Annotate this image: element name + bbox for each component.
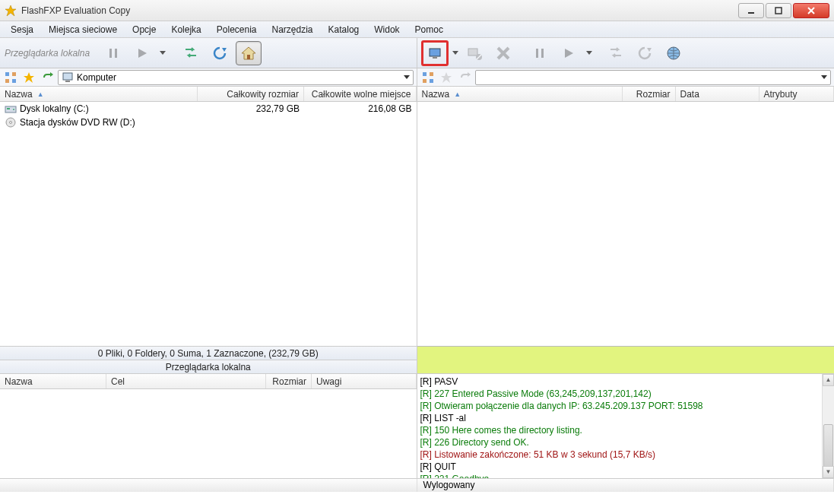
- scroll-down-icon[interactable]: ▼: [823, 466, 834, 478]
- status-bar: Wylogowany: [0, 478, 834, 492]
- left-path-text: Komputer: [77, 72, 116, 83]
- log-line: [R] 226 Directory send OK.: [420, 436, 832, 449]
- refresh-button-r[interactable]: [632, 41, 658, 65]
- lower-panes: Nazwa Cel Rozmiar Uwagi [R] PASV[R] 227 …: [0, 373, 834, 478]
- q-col-name[interactable]: Nazwa: [0, 374, 106, 388]
- title-bar: FlashFXP Evaluation Copy: [0, 0, 834, 21]
- scroll-thumb[interactable]: [823, 424, 833, 470]
- tree-icon-r[interactable]: [420, 70, 436, 85]
- log-line: [R] PASV: [420, 376, 832, 388]
- svg-rect-26: [468, 49, 477, 55]
- svg-marker-0: [5, 5, 16, 16]
- log-line: [R] 150 Here comes the directory listing…: [420, 424, 832, 436]
- chevron-down-icon: [404, 75, 410, 79]
- left-pane: Przeglądarka lokalna Komputer Nazwa▲ Cał…: [0, 38, 417, 373]
- col-free[interactable]: Całkowite wolne miejsce: [304, 87, 417, 101]
- svg-rect-17: [63, 73, 72, 80]
- svg-marker-15: [24, 72, 34, 83]
- menu-pomoc[interactable]: Pomoc: [409, 23, 449, 36]
- list-item[interactable]: Stacja dysków DVD RW (D:): [0, 116, 417, 129]
- left-status-files: 0 Pliki, 0 Foldery, 0 Suma, 1 Zaznaczone…: [0, 346, 417, 360]
- menu-narzedzia[interactable]: Narzędzia: [266, 23, 319, 36]
- connect-dropdown-icon[interactable]: [452, 51, 458, 55]
- up-icon[interactable]: [40, 70, 55, 85]
- menu-widok[interactable]: Widok: [368, 23, 405, 36]
- left-path-combo[interactable]: Komputer: [58, 70, 414, 85]
- main-panes: Przeglądarka lokalna Komputer Nazwa▲ Cał…: [0, 38, 834, 373]
- minimize-button[interactable]: [738, 3, 764, 18]
- svg-marker-33: [565, 49, 573, 58]
- svg-rect-2: [775, 8, 782, 14]
- menu-miejsca[interactable]: Miejsca sieciowe: [43, 23, 123, 36]
- right-list[interactable]: [417, 102, 835, 346]
- abort-button[interactable]: [490, 41, 516, 65]
- right-path-combo[interactable]: [475, 70, 832, 85]
- log-line: [R] Otwieram połączenie dla danych IP: 6…: [420, 400, 832, 412]
- log-line: [R] LIST -al: [420, 412, 832, 424]
- col-name-r[interactable]: Nazwa▲: [417, 87, 623, 101]
- col-attr-r[interactable]: Atrybuty: [759, 87, 835, 101]
- play-dropdown-icon[interactable]: [160, 51, 166, 55]
- list-item[interactable]: Dysk lokalny (C:) 232,79 GB 216,08 GB: [0, 102, 417, 116]
- svg-rect-37: [430, 72, 433, 76]
- connect-button[interactable]: [422, 41, 448, 65]
- transfer-button[interactable]: [178, 41, 204, 65]
- sort-asc-icon: ▲: [454, 90, 461, 98]
- log-area[interactable]: [R] PASV[R] 227 Entered Passive Mode (63…: [417, 374, 835, 478]
- left-list[interactable]: Dysk lokalny (C:) 232,79 GB 216,08 GB St…: [0, 102, 417, 346]
- app-icon: [5, 5, 17, 17]
- pause-button-r[interactable]: [527, 41, 553, 65]
- col-date-r[interactable]: Data: [676, 87, 759, 101]
- menu-opcje[interactable]: Opcje: [126, 23, 162, 36]
- q-col-target[interactable]: Cel: [106, 374, 266, 388]
- col-size[interactable]: Całkowity rozmiar: [198, 87, 304, 101]
- close-button[interactable]: [793, 3, 829, 18]
- svg-marker-41: [468, 72, 471, 77]
- svg-rect-32: [541, 49, 544, 58]
- play-dropdown-icon-r[interactable]: [586, 51, 592, 55]
- log-scrollbar[interactable]: ▲ ▼: [822, 374, 834, 478]
- menu-polecenia[interactable]: Polecenia: [211, 23, 263, 36]
- menu-kolejka[interactable]: Kolejka: [165, 23, 207, 36]
- transfer-button-r[interactable]: [603, 41, 629, 65]
- play-button-r[interactable]: [556, 41, 582, 65]
- play-button[interactable]: [129, 41, 155, 65]
- globe-button[interactable]: [661, 41, 687, 65]
- maximize-button[interactable]: [766, 3, 791, 18]
- disconnect-button[interactable]: [461, 41, 487, 65]
- queue-list[interactable]: [0, 389, 417, 478]
- col-name[interactable]: Nazwa▲: [0, 87, 198, 101]
- svg-rect-36: [423, 72, 427, 76]
- right-status-strip: [417, 346, 835, 373]
- up-icon-r[interactable]: [457, 70, 472, 85]
- col-size-r[interactable]: Rozmiar: [623, 87, 676, 101]
- menu-sesja[interactable]: Sesja: [5, 23, 40, 36]
- svg-marker-7: [138, 49, 147, 58]
- svg-rect-14: [12, 79, 16, 83]
- favorite-icon-r[interactable]: [439, 70, 454, 85]
- svg-rect-24: [430, 49, 440, 56]
- left-status-mode: Przeglądarka lokalna: [0, 360, 417, 373]
- queue-pane: Nazwa Cel Rozmiar Uwagi: [0, 374, 417, 478]
- log-line: [R] Listowanie zakończone: 51 KB w 3 sek…: [420, 449, 832, 461]
- right-list-header: Nazwa▲ Rozmiar Data Atrybuty: [417, 87, 835, 102]
- window-title: FlashFXP Evaluation Copy: [21, 5, 130, 16]
- log-line: [R] 227 Entered Passive Mode (63,245,209…: [420, 388, 832, 400]
- right-address-bar: [417, 68, 835, 87]
- log-pane: [R] PASV[R] 227 Entered Passive Mode (63…: [417, 374, 835, 478]
- svg-rect-10: [247, 55, 250, 59]
- home-button[interactable]: [236, 41, 262, 65]
- chevron-down-icon: [821, 75, 827, 79]
- svg-marker-40: [441, 72, 452, 83]
- pause-button[interactable]: [100, 41, 126, 65]
- scroll-up-icon[interactable]: ▲: [823, 374, 834, 386]
- svg-marker-8: [222, 48, 227, 52]
- menu-katalog[interactable]: Katalog: [322, 23, 366, 36]
- refresh-button[interactable]: [207, 41, 233, 65]
- favorite-icon[interactable]: [21, 70, 36, 85]
- q-col-notes[interactable]: Uwagi: [312, 374, 417, 388]
- svg-rect-25: [433, 57, 437, 59]
- tree-icon[interactable]: [3, 70, 18, 85]
- svg-marker-16: [50, 72, 53, 77]
- q-col-size[interactable]: Rozmiar: [266, 374, 312, 388]
